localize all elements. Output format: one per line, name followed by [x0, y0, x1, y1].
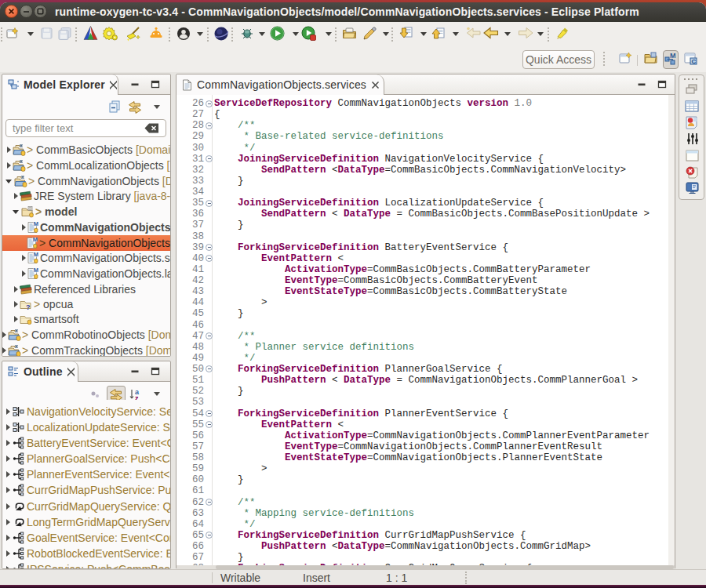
svg-text:M: M [670, 53, 676, 60]
svg-text:C: C [692, 58, 697, 65]
